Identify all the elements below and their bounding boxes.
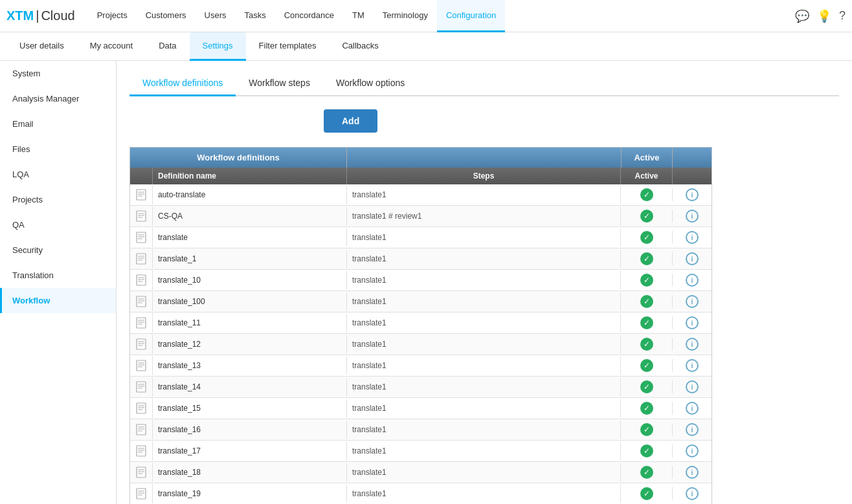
row-def-name: translate_18 — [153, 463, 347, 481]
sidebar-item-lqa[interactable]: LQA — [0, 162, 116, 187]
info-icon[interactable]: i — [686, 274, 699, 287]
row-doc-icon — [130, 292, 153, 311]
top-nav-configuration[interactable]: Configuration — [437, 0, 505, 32]
second-nav-data[interactable]: Data — [146, 32, 189, 61]
active-check-icon: ✓ — [640, 466, 653, 479]
row-action[interactable]: i — [673, 227, 712, 248]
tab-workflow-options[interactable]: Workflow options — [323, 71, 418, 96]
svg-rect-16 — [137, 275, 146, 285]
table-row[interactable]: translate_17 translate1 ✓ i — [130, 441, 712, 462]
info-icon[interactable]: i — [686, 380, 699, 393]
chat-icon[interactable]: 💬 — [795, 9, 809, 23]
table-row[interactable]: translate_18 translate1 ✓ i — [130, 462, 712, 483]
sidebar-item-workflow[interactable]: Workflow — [0, 288, 116, 313]
table-row[interactable]: CS-QA translate1 # review1 ✓ i — [130, 206, 712, 227]
second-navigation: User detailsMy accountDataSettingsFilter… — [0, 32, 852, 61]
sidebar-item-email[interactable]: Email — [0, 111, 116, 137]
table-row[interactable]: translate_11 translate1 ✓ i — [130, 312, 712, 334]
sidebar-item-qa[interactable]: QA — [0, 212, 116, 237]
info-icon[interactable]: i — [686, 316, 699, 329]
info-icon[interactable]: i — [686, 231, 699, 244]
info-icon[interactable]: i — [686, 188, 699, 201]
row-active-status: ✓ — [621, 359, 673, 372]
table-row[interactable]: translate_14 translate1 ✓ i — [130, 377, 712, 398]
row-steps: translate1 — [347, 442, 621, 460]
row-action[interactable]: i — [673, 377, 712, 397]
top-nav-customers[interactable]: Customers — [137, 0, 196, 32]
main-layout: SystemAnalysis ManagerEmailFilesLQAProje… — [0, 61, 852, 504]
sidebar-item-analysis-manager[interactable]: Analysis Manager — [0, 86, 116, 111]
table-row[interactable]: translate_100 translate1 ✓ i — [130, 291, 712, 312]
table-row[interactable]: translate_13 translate1 ✓ i — [130, 355, 712, 377]
active-check-icon: ✓ — [640, 402, 653, 415]
second-nav-user-details[interactable]: User details — [6, 32, 77, 61]
info-icon[interactable]: i — [686, 423, 699, 436]
row-action[interactable]: i — [673, 291, 712, 312]
row-action[interactable]: i — [673, 206, 712, 226]
info-icon[interactable]: i — [686, 487, 699, 500]
logo-xtm: XTM — [6, 8, 34, 23]
table-row[interactable]: auto-translate translate1 ✓ i — [130, 184, 712, 206]
help-icon[interactable]: ? — [839, 9, 846, 23]
row-action[interactable]: i — [673, 483, 712, 504]
row-steps: translate1 — [347, 378, 621, 396]
second-nav-my-account[interactable]: My account — [77, 32, 146, 61]
table-row[interactable]: translate_16 translate1 ✓ i — [130, 419, 712, 441]
table-row[interactable]: translate_1 translate1 ✓ i — [130, 248, 712, 270]
top-nav-users[interactable]: Users — [196, 0, 236, 32]
active-check-icon: ✓ — [640, 210, 653, 223]
row-def-name: translate_16 — [153, 421, 347, 439]
table-rows: auto-translate translate1 ✓ i CS-QA tran… — [130, 184, 712, 504]
row-def-name: auto-translate — [153, 186, 347, 204]
table-header-spacer — [347, 148, 621, 168]
table-subheader: Definition name Steps Active — [130, 168, 712, 184]
info-icon[interactable]: i — [686, 252, 699, 265]
tab-workflow-definitions[interactable]: Workflow definitions — [129, 71, 236, 96]
row-action[interactable]: i — [673, 398, 712, 419]
sidebar-item-files[interactable]: Files — [0, 137, 116, 162]
row-action[interactable]: i — [673, 270, 712, 290]
row-action[interactable]: i — [673, 462, 712, 483]
tab-workflow-steps[interactable]: Workflow steps — [236, 71, 323, 96]
sidebar-item-system[interactable]: System — [0, 61, 116, 86]
sidebar-item-projects[interactable]: Projects — [0, 187, 116, 212]
row-action[interactable]: i — [673, 441, 712, 461]
table-row[interactable]: translate_19 translate1 ✓ i — [130, 483, 712, 504]
table-row[interactable]: translate_12 translate1 ✓ i — [130, 334, 712, 355]
row-def-name: translate_17 — [153, 442, 347, 460]
add-button[interactable]: Add — [324, 109, 377, 133]
info-icon[interactable]: i — [686, 466, 699, 479]
row-action[interactable]: i — [673, 419, 712, 440]
info-icon[interactable]: i — [686, 338, 699, 351]
second-nav-filter-templates[interactable]: Filter templates — [246, 32, 330, 61]
workflow-table: Workflow definitions Active Definition n… — [129, 147, 712, 504]
info-icon[interactable]: i — [686, 444, 699, 457]
sidebar-item-translation[interactable]: Translation — [0, 263, 116, 288]
top-nav-tasks[interactable]: Tasks — [235, 0, 275, 32]
table-row[interactable]: translate_10 translate1 ✓ i — [130, 270, 712, 291]
row-action[interactable]: i — [673, 248, 712, 269]
row-active-status: ✓ — [621, 316, 673, 329]
app-logo[interactable]: XTM | Cloud — [6, 8, 75, 23]
subheader-action-col — [673, 168, 712, 184]
sidebar-item-security[interactable]: Security — [0, 237, 116, 263]
table-row[interactable]: translate translate1 ✓ i — [130, 227, 712, 248]
row-def-name: translate_10 — [153, 271, 347, 289]
table-row[interactable]: translate_15 translate1 ✓ i — [130, 398, 712, 419]
top-nav-projects[interactable]: Projects — [88, 0, 137, 32]
lightbulb-icon[interactable]: 💡 — [817, 9, 831, 23]
row-action[interactable]: i — [673, 334, 712, 355]
row-action[interactable]: i — [673, 355, 712, 376]
info-icon[interactable]: i — [686, 402, 699, 415]
active-check-icon: ✓ — [640, 295, 653, 308]
info-icon[interactable]: i — [686, 359, 699, 372]
info-icon[interactable]: i — [686, 210, 699, 223]
second-nav-settings[interactable]: Settings — [190, 32, 246, 61]
second-nav-callbacks[interactable]: Callbacks — [329, 32, 391, 61]
top-nav-tm[interactable]: TM — [343, 0, 374, 32]
info-icon[interactable]: i — [686, 295, 699, 308]
row-action[interactable]: i — [673, 184, 712, 205]
row-action[interactable]: i — [673, 312, 712, 333]
top-nav-concordance[interactable]: Concordance — [275, 0, 343, 32]
top-nav-terminology[interactable]: Terminology — [374, 0, 437, 32]
